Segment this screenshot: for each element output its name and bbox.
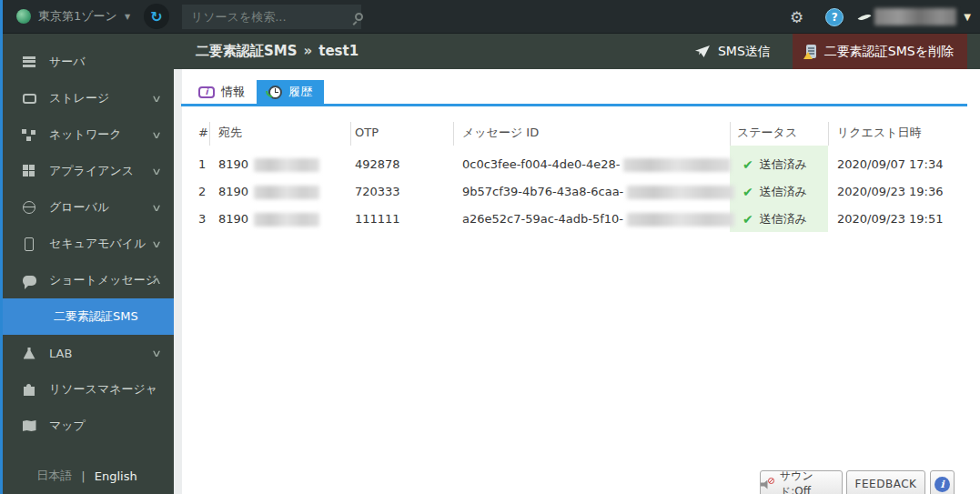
zone-selector[interactable]: 東京第1ゾーン ▼ [16, 8, 130, 25]
cell-otp: 720333 [355, 178, 400, 206]
info-icon: i [198, 86, 215, 98]
tab-info-label: 情報 [221, 84, 245, 100]
chevron-down-icon: ∨ [151, 238, 162, 250]
puzzle-icon [21, 384, 37, 396]
question-icon: ? [832, 11, 838, 24]
sidebar-item-network[interactable]: ネットワーク ∨ [0, 116, 174, 153]
cell-to: 8190 [218, 151, 319, 178]
flask-icon [21, 348, 37, 359]
zone-globe-icon [16, 9, 31, 24]
table-row[interactable]: 2 8190 720333 9b57cf39-4b76-43a8-6caa- ✔… [174, 178, 980, 206]
gear-icon[interactable]: ⚙ [790, 8, 803, 26]
sms-send-button[interactable]: SMS送信 [681, 34, 785, 69]
tab-info[interactable]: i 情報 [187, 80, 257, 104]
globe-icon [21, 201, 37, 214]
language-divider: | [81, 469, 85, 483]
sound-toggle-button[interactable]: サウンド:Off [760, 470, 843, 494]
status-badge: 送信済み [760, 206, 807, 233]
network-icon [21, 128, 37, 141]
sidebar-item-label: リソースマネージャ [49, 381, 157, 398]
sidebar-subitem-label: 二要素認証SMS [54, 308, 138, 325]
sidebar-item-label: アプライアンス [49, 163, 134, 179]
tab-bar: i 情報 履歴 [187, 80, 324, 104]
cell-num: 3 [198, 206, 206, 233]
sidebar-item-label: グローバル [49, 199, 109, 216]
status-badge: 送信済み [760, 151, 807, 178]
sidebar-item-label: セキュアモバイル [49, 236, 146, 252]
appliance-icon [21, 165, 37, 177]
tab-history[interactable]: 履歴 [257, 80, 324, 104]
feedback-label: FEEDBACK [855, 478, 917, 490]
chevron-up-icon: ∧ [151, 275, 162, 287]
breadcrumb: 二要素認証SMS»test1 [196, 43, 359, 60]
sidebar-item-secure-mobile[interactable]: セキュアモバイル ∨ [0, 226, 174, 262]
cell-requested-at: 2020/09/23 19:51 [837, 206, 944, 233]
storage-icon [21, 94, 37, 104]
sidebar-item-label: ショートメッセージ [49, 272, 157, 288]
zone-label: 東京第1ゾーン [38, 8, 117, 25]
sidebar-item-resource-manager[interactable]: リソースマネージャ [0, 371, 174, 408]
sidebar-item-2fa-sms-selected[interactable]: 二要素認証SMS [0, 298, 174, 335]
refresh-icon: ↻ [150, 8, 162, 25]
cell-to: 8190 [218, 178, 319, 206]
search-input[interactable] [182, 10, 355, 24]
cell-otp: 111111 [355, 206, 400, 233]
info-icon: i [935, 477, 950, 492]
cell-status: ✔ 送信済み [743, 178, 807, 206]
redacted-phone [254, 213, 319, 227]
chevron-down-icon: ∨ [151, 202, 162, 214]
status-badge: 送信済み [760, 178, 807, 206]
main-panel: i 情報 履歴 # 宛先 OTP メッセージ ID ステータス リクエスト日時 … [174, 69, 980, 494]
info-button[interactable]: i [930, 470, 955, 494]
column-header-message-id: メッセージ ID [462, 120, 539, 146]
table-row[interactable]: 1 8190 492878 0c0c3fee-f004-4de0-4e28- ✔… [174, 151, 980, 178]
sidebar-item-label: LAB [49, 347, 72, 360]
table-header: # 宛先 OTP メッセージ ID ステータス リクエスト日時 [174, 120, 980, 146]
sidebar-item-map[interactable]: マップ [0, 408, 174, 444]
sms-send-label: SMS送信 [718, 44, 771, 60]
sidebar-item-storage[interactable]: ストレージ ∨ [0, 80, 174, 116]
chevron-down-icon: ▼ [125, 13, 130, 21]
column-header-otp: OTP [355, 120, 379, 146]
language-switcher: 日本語 | English [0, 468, 174, 484]
cell-status: ✔ 送信済み [743, 151, 807, 178]
table-row[interactable]: 3 8190 111111 a26e52c7-59ac-4adb-5f10- ✔… [174, 206, 980, 233]
refresh-button[interactable]: ↻ [144, 4, 169, 29]
redacted-message-id [627, 213, 734, 227]
language-japanese[interactable]: 日本語 [36, 468, 72, 484]
cell-num: 1 [198, 151, 206, 178]
resource-search [182, 5, 361, 29]
sound-label: サウンド:Off [780, 469, 842, 494]
account-name-redacted[interactable] [874, 8, 956, 25]
history-clock-icon [268, 86, 282, 99]
resource-name: test1 [318, 43, 359, 59]
sidebar-item-server[interactable]: サーバ [0, 44, 174, 80]
cell-message-id: a26e52c7-59ac-4adb-5f10- [462, 206, 734, 233]
delete-2fa-sms-button[interactable]: 二要素認証SMSを削除 [793, 34, 967, 69]
paper-plane-icon [695, 45, 710, 57]
sidebar-item-global[interactable]: グローバル ∨ [0, 189, 174, 226]
help-button[interactable]: ? [825, 8, 844, 26]
page-title: 二要素認証SMS [196, 43, 298, 59]
feedback-button[interactable]: FEEDBACK [846, 470, 925, 494]
chevron-down-icon: ∨ [151, 129, 162, 141]
language-english[interactable]: English [95, 469, 137, 483]
cell-otp: 492878 [355, 151, 400, 178]
top-bar: 東京第1ゾーン ▼ ↻ ⚙ ? ▼ [0, 0, 980, 34]
sidebar-item-lab[interactable]: LAB ∨ [0, 335, 174, 371]
tab-underline [181, 104, 967, 106]
sidebar-item-short-message[interactable]: ショートメッセージ ∧ [0, 262, 174, 298]
redacted-phone [254, 186, 319, 199]
cell-requested-at: 2020/09/23 19:36 [837, 178, 944, 206]
column-header-num: # [198, 120, 208, 146]
sidebar-item-appliance[interactable]: アプライアンス ∨ [0, 153, 174, 189]
server-icon [21, 56, 37, 67]
left-accent-stripe [0, 0, 3, 494]
chevron-down-icon[interactable]: ▼ [964, 12, 971, 22]
table-body: 1 8190 492878 0c0c3fee-f004-4de0-4e28- ✔… [174, 151, 980, 233]
check-icon: ✔ [743, 206, 753, 233]
cell-to: 8190 [218, 206, 319, 233]
column-header-requested-at: リクエスト日時 [837, 120, 922, 146]
chevron-down-icon: ∨ [151, 166, 162, 177]
cell-message-id: 0c0c3fee-f004-4de0-4e28- [462, 151, 731, 178]
